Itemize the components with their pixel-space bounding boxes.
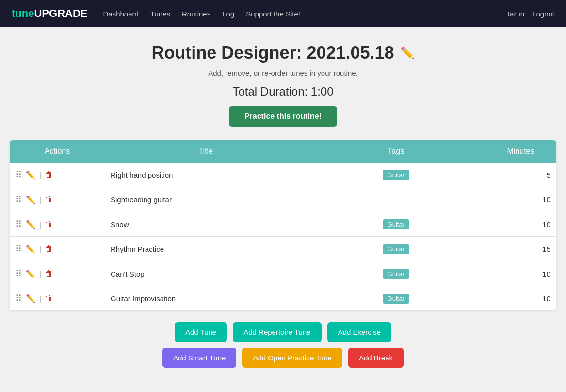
row-minutes: 10 [485,286,556,311]
practice-button[interactable]: Practice this routine! [229,106,337,127]
logo-tune: tune [12,7,34,19]
icon-separator: | [39,270,41,278]
total-duration: Total Duration: 1:00 [10,85,556,98]
tag-badge: Guitar [383,244,409,254]
logout-link[interactable]: Logout [532,10,554,18]
tag-badge: Guitar [383,219,409,229]
row-tags: Guitar [307,237,485,261]
nav-links: Dashboard Tunes Routines Log Support the… [103,10,507,18]
main-content: Routine Designer: 2021.05.18 ✏️ Add, rem… [0,27,566,387]
row-actions-0: ⠿✏️|🗑 [10,163,105,187]
tag-badge: Guitar [383,269,409,279]
row-actions-4: ⠿✏️|🗑 [10,261,105,286]
row-edit-icon[interactable]: ✏️ [26,269,35,278]
nav-support[interactable]: Support the Site! [246,10,300,18]
table-row: ⠿✏️|🗑Right hand positionGuitar5 [10,163,556,187]
button-row-2: Add Smart Tune Add Open Practice Time Ad… [162,348,404,368]
icon-separator: | [39,220,41,229]
row-edit-icon[interactable]: ✏️ [26,220,35,229]
nav-dashboard[interactable]: Dashboard [103,10,138,18]
drag-handle-icon[interactable]: ⠿ [16,169,22,180]
row-actions-3: ⠿✏️|🗑 [10,237,105,261]
drag-handle-icon[interactable]: ⠿ [16,268,22,279]
row-tags [307,187,485,212]
nav-tunes[interactable]: Tunes [150,10,170,18]
table-row: ⠿✏️|🗑Guitar ImprovisationGuitar10 [10,286,556,311]
col-minutes: Minutes [485,140,556,163]
row-edit-icon[interactable]: ✏️ [26,245,35,254]
row-edit-icon[interactable]: ✏️ [26,294,35,303]
action-buttons: Add Tune Add Repertoire Tune Add Exercis… [10,322,556,368]
add-break-button[interactable]: Add Break [348,348,404,368]
tag-badge: Guitar [383,170,409,180]
row-delete-icon[interactable]: 🗑 [45,269,53,278]
icon-separator: | [39,294,41,303]
icon-separator: | [39,196,41,204]
row-delete-icon[interactable]: 🗑 [45,220,53,229]
col-title: Title [105,140,307,163]
add-exercise-button[interactable]: Add Exercise [327,322,391,342]
table-row: ⠿✏️|🗑Rhythm PracticeGuitar15 [10,237,556,261]
row-delete-icon[interactable]: 🗑 [45,245,53,253]
row-actions-1: ⠿✏️|🗑 [10,187,105,212]
tag-badge: Guitar [383,294,409,304]
logo: tuneUPGRADE [12,7,87,20]
nav-routines[interactable]: Routines [182,10,210,18]
row-tags: Guitar [307,212,485,237]
drag-handle-icon[interactable]: ⠿ [16,293,22,304]
table-row: ⠿✏️|🗑Sightreading guitar10 [10,187,556,212]
row-tags: Guitar [307,261,485,286]
col-actions: Actions [10,140,105,163]
drag-handle-icon[interactable]: ⠿ [16,194,22,205]
row-actions-2: ⠿✏️|🗑 [10,212,105,236]
nav-user-area: tarun Logout [508,10,554,18]
table-row: ⠿✏️|🗑SnowGuitar10 [10,212,556,237]
row-tags: Guitar [307,163,485,187]
row-minutes: 10 [485,261,556,286]
row-title: Sightreading guitar [105,187,307,212]
table-header: Actions Title Tags Minutes [10,140,556,163]
add-repertoire-button[interactable]: Add Repertoire Tune [233,322,321,342]
row-actions-5: ⠿✏️|🗑 [10,286,105,310]
row-title: Can't Stop [105,261,307,286]
row-title: Guitar Improvisation [105,286,307,311]
row-delete-icon[interactable]: 🗑 [45,195,53,204]
row-minutes: 10 [485,187,556,212]
row-minutes: 5 [485,163,556,187]
row-delete-icon[interactable]: 🗑 [45,294,53,303]
row-delete-icon[interactable]: 🗑 [45,170,53,179]
icon-separator: | [39,171,41,179]
button-row-1: Add Tune Add Repertoire Tune Add Exercis… [175,322,391,342]
username: tarun [508,10,524,18]
table-body: ⠿✏️|🗑Right hand positionGuitar5⠿✏️|🗑Sigh… [10,163,556,310]
nav-log[interactable]: Log [222,10,234,18]
add-smart-tune-button[interactable]: Add Smart Tune [162,348,236,368]
row-edit-icon[interactable]: ✏️ [26,195,35,204]
routine-table: Actions Title Tags Minutes ⠿✏️|🗑Right ha… [10,140,556,310]
navbar: tuneUPGRADE Dashboard Tunes Routines Log… [0,0,566,27]
row-tags: Guitar [307,286,485,311]
drag-handle-icon[interactable]: ⠿ [16,219,22,229]
row-title: Rhythm Practice [105,237,307,261]
icon-separator: | [39,245,41,253]
row-edit-icon[interactable]: ✏️ [26,170,35,180]
col-tags: Tags [307,140,485,163]
logo-upgrade: UPGRADE [34,7,87,19]
row-minutes: 15 [485,237,556,261]
edit-title-icon[interactable]: ✏️ [400,46,415,60]
drag-handle-icon[interactable]: ⠿ [16,244,22,254]
row-minutes: 10 [485,212,556,237]
add-open-practice-button[interactable]: Add Open Practice Time [242,348,342,368]
page-title: Routine Designer: 2021.05.18 ✏️ [10,43,556,63]
table-row: ⠿✏️|🗑Can't StopGuitar10 [10,261,556,286]
add-tune-button[interactable]: Add Tune [175,322,227,342]
row-title: Snow [105,212,307,237]
subtitle: Add, remove, or re-order tunes in your r… [10,69,556,77]
row-title: Right hand position [105,163,307,187]
